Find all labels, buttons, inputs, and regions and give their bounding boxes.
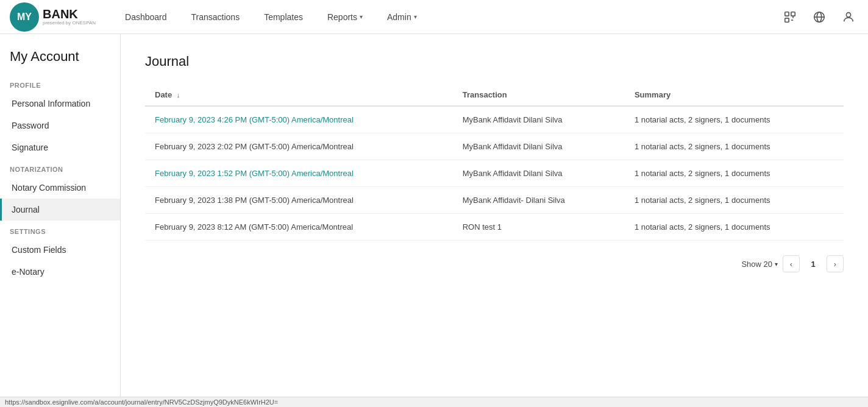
admin-chevron-icon: ▾ [414, 13, 417, 20]
sidebar-item-password[interactable]: Password [0, 115, 120, 136]
date-sort-icon: ↓ [177, 91, 180, 99]
logo[interactable]: MY BANK presented by ONESPAN [10, 2, 96, 32]
nav-admin[interactable]: Admin ▾ [377, 7, 427, 27]
status-url: https://sandbox.esignlive.com/a/account/… [5, 398, 278, 406]
nav-links: Dashboard Transactions Templates Reports… [115, 7, 780, 27]
show-select[interactable]: Show 20 ▾ [741, 260, 778, 269]
next-page-button[interactable]: › [827, 255, 844, 272]
sidebar: My Account PROFILE Personal Information … [0, 34, 121, 407]
cell-date: February 9, 2023 1:38 PM (GMT-5:00) Amer… [145, 187, 453, 214]
table-row: February 9, 2023 2:02 PM (GMT-5:00) Amer… [145, 133, 844, 160]
svg-rect-1 [791, 12, 795, 15]
sidebar-section-profile: PROFILE [0, 74, 120, 93]
sidebar-item-notary-commission[interactable]: Notary Commission [0, 177, 120, 199]
globe-icon[interactable] [809, 7, 829, 27]
nav-transactions[interactable]: Transactions [182, 7, 250, 27]
reports-chevron-icon: ▾ [360, 13, 363, 20]
cell-transaction: RON test 1 [453, 214, 625, 241]
col-summary: Summary [625, 84, 844, 106]
cell-summary: 1 notarial acts, 2 signers, 1 documents [625, 106, 844, 133]
main-content: Journal Date ↓ Transaction Summary Febru… [121, 34, 868, 407]
table-row: February 9, 2023 4:26 PM (GMT-5:00) Amer… [145, 106, 844, 133]
nav-templates[interactable]: Templates [254, 7, 313, 27]
cell-date[interactable]: February 9, 2023 1:52 PM (GMT-5:00) Amer… [145, 160, 453, 187]
current-page: 1 [805, 255, 822, 272]
sidebar-item-custom-fields[interactable]: Custom Fields [0, 239, 120, 261]
date-link[interactable]: February 9, 2023 1:52 PM (GMT-5:00) Amer… [155, 169, 354, 178]
cell-transaction: MyBank Affidavit Dilani Silva [453, 106, 625, 133]
cell-summary: 1 notarial acts, 2 signers, 1 documents [625, 214, 844, 241]
sidebar-item-personal-information[interactable]: Personal Information [0, 93, 120, 115]
table-row: February 9, 2023 1:52 PM (GMT-5:00) Amer… [145, 160, 844, 187]
prev-page-button[interactable]: ‹ [783, 255, 800, 272]
sidebar-section-settings: SETTINGS [0, 221, 120, 239]
table-row: February 9, 2023 8:12 AM (GMT-5:00) Amer… [145, 214, 844, 241]
cell-date: February 9, 2023 8:12 AM (GMT-5:00) Amer… [145, 214, 453, 241]
nav-reports[interactable]: Reports ▾ [318, 7, 372, 27]
cell-summary: 1 notarial acts, 2 signers, 1 documents [625, 160, 844, 187]
share-icon[interactable] [780, 7, 800, 27]
sidebar-section-notarization: NOTARIZATION [0, 158, 120, 177]
page-title: Journal [145, 54, 844, 69]
cell-summary: 1 notarial acts, 2 signers, 1 documents [625, 187, 844, 214]
sidebar-item-journal[interactable]: Journal [0, 199, 120, 221]
col-date[interactable]: Date ↓ [145, 84, 453, 106]
logo-text: BANK presented by ONESPAN [43, 7, 96, 26]
logo-circle: MY [10, 2, 39, 32]
nav-dashboard[interactable]: Dashboard [115, 7, 177, 27]
top-nav: MY BANK presented by ONESPAN Dashboard T… [0, 0, 868, 34]
svg-point-8 [846, 12, 850, 16]
table-row: February 9, 2023 1:38 PM (GMT-5:00) Amer… [145, 187, 844, 214]
cell-transaction: MyBank Affidavit Dilani Silva [453, 133, 625, 160]
cell-transaction: MyBank Affidavit- Dilani Silva [453, 187, 625, 214]
sidebar-item-signature[interactable]: Signature [0, 136, 120, 158]
layout: My Account PROFILE Personal Information … [0, 34, 868, 407]
svg-rect-0 [785, 12, 789, 15]
sidebar-item-e-notary[interactable]: e-Notary [0, 261, 120, 283]
nav-right [780, 7, 858, 27]
date-link[interactable]: February 9, 2023 4:26 PM (GMT-5:00) Amer… [155, 115, 354, 124]
user-icon[interactable] [839, 7, 858, 27]
journal-table: Date ↓ Transaction Summary February 9, 2… [145, 84, 844, 241]
svg-rect-2 [785, 18, 789, 21]
cell-date[interactable]: February 9, 2023 4:26 PM (GMT-5:00) Amer… [145, 106, 453, 133]
cell-summary: 1 notarial acts, 2 signers, 1 documents [625, 133, 844, 160]
cell-date: February 9, 2023 2:02 PM (GMT-5:00) Amer… [145, 133, 453, 160]
col-transaction: Transaction [453, 84, 625, 106]
cell-transaction: MyBank Affidavit Dilani Silva [453, 160, 625, 187]
pagination: Show 20 ▾ ‹ 1 › [145, 255, 844, 272]
status-bar: https://sandbox.esignlive.com/a/account/… [0, 397, 868, 407]
show-chevron-icon: ▾ [775, 261, 778, 267]
sidebar-account-title: My Account [0, 34, 120, 74]
